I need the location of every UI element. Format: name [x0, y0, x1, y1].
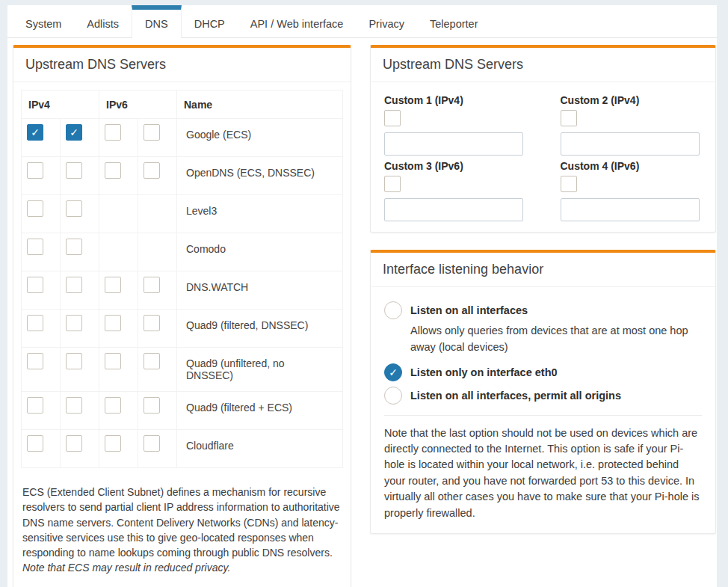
ipv4-checkbox-cell — [61, 430, 99, 468]
tab-privacy[interactable]: Privacy — [356, 5, 417, 37]
ipv6-checkbox-cell — [138, 271, 177, 310]
ipv4-checkbox[interactable] — [27, 162, 43, 179]
listening-option-row: ✓Listen only on interface eth0 — [384, 363, 702, 381]
custom-dns-enable-checkbox[interactable] — [561, 110, 577, 126]
ipv6-checkbox[interactable] — [144, 277, 160, 293]
tab-dns[interactable]: DNS — [132, 5, 182, 38]
listening-option-label: Listen on all interfaces — [410, 304, 528, 316]
ipv4-checkbox[interactable] — [27, 239, 43, 255]
table-row: Quad9 (filtered + ECS) — [22, 392, 343, 430]
ipv4-checkbox[interactable] — [27, 397, 43, 414]
ipv6-checkbox[interactable] — [105, 435, 121, 452]
check-icon: ✓ — [70, 127, 78, 138]
ipv6-checkbox[interactable] — [144, 162, 160, 179]
dns-server-name: Quad9 (unfiltered, no DNSSEC) — [177, 348, 343, 392]
ipv6-checkbox[interactable] — [144, 124, 160, 141]
custom-upstream-dns-box: Upstream DNS Servers Custom 1 (IPv4)Cust… — [370, 45, 716, 233]
ipv4-checkbox-cell: ✓ — [22, 119, 61, 157]
ipv4-checkbox[interactable] — [27, 435, 43, 452]
ipv6-checkbox-cell — [99, 157, 138, 195]
right-column: Upstream DNS Servers Custom 1 (IPv4)Cust… — [370, 45, 716, 587]
custom-dns-field-label: Custom 2 (IPv4) — [561, 94, 703, 106]
custom-dns-field: Custom 2 (IPv4) — [561, 90, 703, 156]
ipv4-checkbox[interactable] — [66, 435, 82, 452]
dns-server-name: OpenDNS (ECS, DNSSEC) — [177, 157, 343, 195]
ipv4-checkbox-cell — [61, 233, 99, 271]
ipv6-checkbox[interactable] — [105, 277, 121, 293]
tab-system[interactable]: System — [13, 5, 74, 37]
custom-4-input[interactable] — [561, 198, 700, 221]
custom-dns-enable-checkbox[interactable] — [384, 110, 401, 126]
custom-3-input[interactable] — [384, 198, 523, 221]
tab-api-web-interface[interactable]: API / Web interface — [238, 5, 357, 37]
ipv4-checkbox[interactable] — [27, 353, 43, 369]
ipv4-checkbox[interactable]: ✓ — [27, 124, 43, 141]
ipv4-checkbox-cell — [61, 348, 99, 392]
listening-option-label: Listen only on interface eth0 — [410, 366, 558, 378]
listening-option-radio[interactable] — [384, 387, 402, 405]
tab-teleporter[interactable]: Teleporter — [417, 5, 490, 37]
ipv6-checkbox-cell — [99, 430, 138, 468]
ipv6-checkbox[interactable] — [105, 315, 121, 331]
listening-option-radio[interactable] — [384, 301, 402, 319]
listening-option-row: Listen on all interfaces, permit all ori… — [384, 387, 702, 405]
listening-option-radio[interactable]: ✓ — [384, 363, 402, 381]
ipv4-checkbox[interactable] — [66, 397, 82, 414]
tab-adlists[interactable]: Adlists — [74, 5, 132, 37]
ipv4-checkbox-cell — [61, 195, 99, 233]
ipv4-checkbox[interactable] — [27, 277, 43, 293]
custom-dns-enable-checkbox[interactable] — [384, 176, 401, 192]
upstream-dns-table-box: Upstream DNS Servers IPv4 IPv6 Name — [13, 45, 351, 587]
ipv4-checkbox-cell — [61, 271, 99, 310]
ecs-note: ECS (Extended Client Subnet) defines a m… — [22, 485, 342, 576]
dns-server-name: Cloudflare — [177, 430, 343, 468]
table-row: Cloudflare — [22, 430, 343, 468]
interface-note: Note that the last option should not be … — [384, 425, 702, 522]
custom-dns-enable-checkbox[interactable] — [561, 176, 577, 192]
ipv6-checkbox[interactable] — [144, 435, 160, 452]
ipv6-checkbox-cell — [138, 348, 177, 392]
ipv4-checkbox[interactable]: ✓ — [66, 124, 82, 141]
custom-1-input[interactable] — [384, 132, 523, 156]
ipv6-checkbox-cell — [138, 310, 177, 348]
table-row: OpenDNS (ECS, DNSSEC) — [22, 157, 343, 195]
ecs-note-italic: Note that ECS may result in reduced priv… — [22, 562, 230, 574]
ipv4-checkbox[interactable] — [66, 277, 82, 293]
ipv6-checkbox[interactable] — [105, 353, 121, 369]
settings-tabs: SystemAdlistsDNSDHCPAPI / Web interfaceP… — [7, 5, 717, 38]
divider — [384, 415, 702, 416]
box-title: Upstream DNS Servers — [13, 48, 351, 82]
ipv4-checkbox[interactable] — [66, 200, 82, 217]
ipv6-checkbox[interactable] — [144, 315, 160, 331]
ipv4-checkbox-cell — [61, 310, 99, 348]
ipv6-checkbox-cell — [99, 233, 138, 271]
custom-dns-field-label: Custom 4 (IPv6) — [561, 160, 703, 172]
column-header-ipv4: IPv4 — [22, 90, 99, 119]
upstream-dns-table: IPv4 IPv6 Name ✓✓Google (ECS)OpenDNS (EC… — [21, 90, 343, 468]
ipv4-checkbox[interactable] — [66, 239, 82, 255]
ipv6-checkbox[interactable] — [105, 162, 121, 179]
ipv4-checkbox[interactable] — [27, 200, 43, 217]
ipv4-checkbox[interactable] — [66, 315, 82, 331]
ipv4-checkbox[interactable] — [27, 315, 43, 331]
ipv6-checkbox[interactable] — [105, 397, 121, 414]
tab-dhcp[interactable]: DHCP — [182, 5, 238, 37]
ipv4-checkbox[interactable] — [66, 162, 82, 179]
ipv4-checkbox-cell — [22, 157, 61, 195]
interface-listening-box: Interface listening behavior Listen on a… — [370, 250, 716, 534]
table-header-row: IPv4 IPv6 Name — [22, 90, 343, 119]
ipv4-checkbox[interactable] — [66, 353, 82, 369]
ipv6-checkbox-cell — [138, 157, 177, 195]
ipv4-checkbox-cell — [22, 392, 61, 430]
ipv6-checkbox[interactable] — [105, 124, 121, 141]
ipv6-checkbox-cell — [138, 392, 177, 430]
left-column: Upstream DNS Servers IPv4 IPv6 Name — [13, 45, 351, 587]
ipv6-checkbox-cell — [138, 119, 177, 157]
custom-2-input[interactable] — [561, 132, 700, 156]
dns-server-name: DNS.WATCH — [177, 271, 343, 310]
ipv6-checkbox-cell — [99, 271, 138, 310]
column-header-ipv6: IPv6 — [99, 90, 177, 119]
ipv6-checkbox[interactable] — [144, 397, 160, 414]
ipv6-checkbox[interactable] — [144, 353, 160, 369]
ipv4-checkbox-cell — [22, 271, 61, 310]
